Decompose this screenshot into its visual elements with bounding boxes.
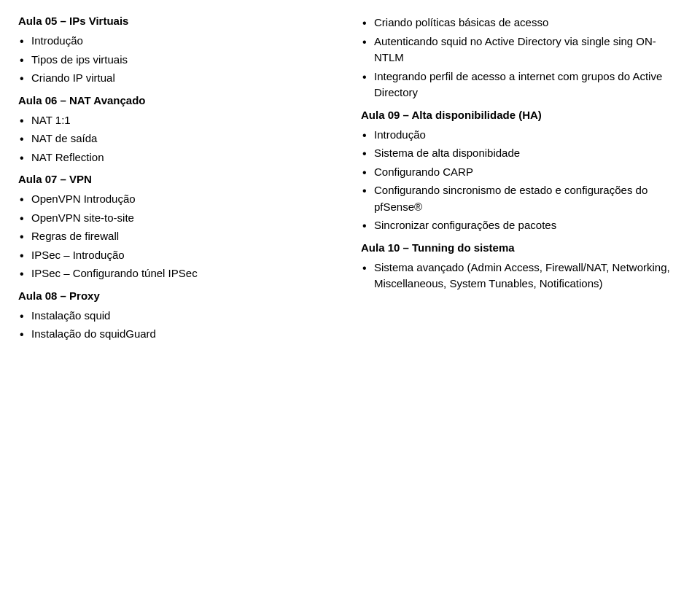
- list-item: Sincronizar configurações de pacotes: [361, 217, 682, 234]
- section-aula06-list: NAT 1:1 NAT de saída NAT Reflection: [18, 112, 339, 166]
- list-item: Sistema avançado (Admin Access, Firewall…: [361, 260, 682, 292]
- list-item: Autenticando squid no Active Directory v…: [361, 34, 682, 66]
- section-aula05: Aula 05 – IPs Virtuais Introdução Tipos …: [18, 15, 339, 87]
- list-item: NAT Reflection: [18, 149, 339, 166]
- list-item: NAT de saída: [18, 131, 339, 147]
- list-item: OpenVPN Introdução: [18, 191, 339, 208]
- list-item: Integrando perfil de acesso a internet c…: [361, 69, 682, 101]
- section-aula07-title: Aula 07 – VPN: [18, 173, 339, 185]
- section-aula09: Aula 09 – Alta disponibilidade (HA) Intr…: [361, 109, 682, 234]
- page-container: Aula 05 – IPs Virtuais Introdução Tipos …: [0, 0, 700, 595]
- section-aula07-list: OpenVPN Introdução OpenVPN site-to-site …: [18, 191, 339, 282]
- left-column: Aula 05 – IPs Virtuais Introdução Tipos …: [7, 15, 350, 580]
- list-item: Configurando sincronismo de estado e con…: [361, 182, 682, 215]
- list-item: Criando políticas básicas de acesso: [361, 15, 682, 31]
- section-aula10-list: Sistema avançado (Admin Access, Firewall…: [361, 260, 682, 292]
- list-item: NAT 1:1: [18, 112, 339, 129]
- list-item: Criando IP virtual: [18, 70, 339, 87]
- list-item: Configurando CARP: [361, 164, 682, 181]
- section-aula08-title: Aula 08 – Proxy: [18, 289, 339, 302]
- section-aula05-title: Aula 05 – IPs Virtuais: [18, 15, 339, 27]
- right-column: Criando políticas básicas de acesso Aute…: [350, 15, 693, 580]
- list-item: Sistema de alta disponibidade: [361, 145, 682, 162]
- section-aula06-title: Aula 06 – NAT Avançado: [18, 94, 339, 106]
- list-item: Regras de firewall: [18, 228, 339, 245]
- section-aula10-title: Aula 10 – Tunning do sistema: [361, 241, 682, 254]
- list-item: Introdução: [361, 127, 682, 144]
- section-aula08: Aula 08 – Proxy Instalação squid Instala…: [18, 289, 339, 343]
- right-intro-list: Criando políticas básicas de acesso Aute…: [361, 15, 682, 101]
- list-item: IPSec – Introdução: [18, 247, 339, 264]
- list-item: IPSec – Configurando túnel IPSec: [18, 265, 339, 282]
- section-aula10: Aula 10 – Tunning do sistema Sistema ava…: [361, 241, 682, 292]
- list-item: Instalação squid: [18, 308, 339, 324]
- section-aula09-list: Introdução Sistema de alta disponibidade…: [361, 127, 682, 234]
- list-item: Introdução: [18, 33, 339, 50]
- section-aula05-list: Introdução Tipos de ips virtuais Criando…: [18, 33, 339, 87]
- section-aula07: Aula 07 – VPN OpenVPN Introdução OpenVPN…: [18, 173, 339, 282]
- list-item: OpenVPN site-to-site: [18, 210, 339, 227]
- list-item: Instalação do squidGuard: [18, 326, 339, 343]
- list-item: Tipos de ips virtuais: [18, 52, 339, 69]
- section-aula08-list: Instalação squid Instalação do squidGuar…: [18, 308, 339, 343]
- section-aula09-title: Aula 09 – Alta disponibilidade (HA): [361, 109, 682, 121]
- section-aula06: Aula 06 – NAT Avançado NAT 1:1 NAT de sa…: [18, 94, 339, 166]
